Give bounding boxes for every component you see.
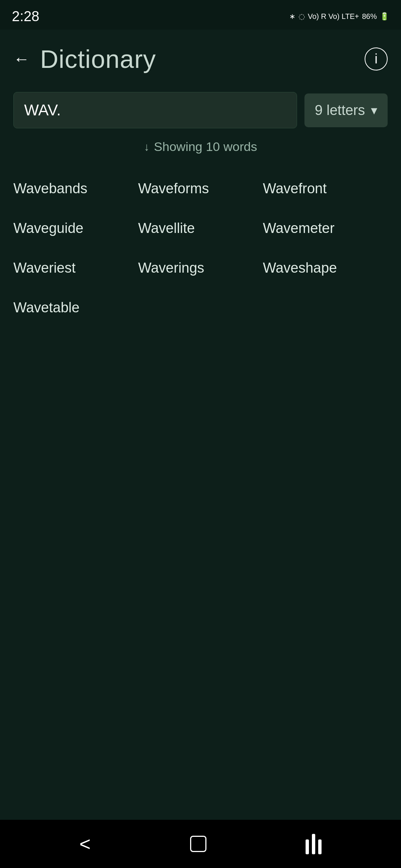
info-button[interactable]: i xyxy=(365,47,388,70)
battery-icon: 🔋 xyxy=(380,12,389,21)
down-arrow-icon: ↓ xyxy=(144,141,150,153)
status-time: 2:28 xyxy=(12,9,39,24)
words-grid: Wavebands Waveforms Wavefront Waveguide … xyxy=(0,158,401,339)
status-bar: 2:28 ∗ ◌ Vo) R Vo) LTE+ 86% 🔋 xyxy=(0,0,401,30)
header-left: ← Dictionary xyxy=(13,45,156,73)
word-item[interactable]: Waveguide xyxy=(13,208,138,248)
showing-count: ↓ Showing 10 words xyxy=(0,128,401,158)
home-square-icon xyxy=(190,836,206,852)
nav-recent-button[interactable] xyxy=(298,826,329,862)
header: ← Dictionary i xyxy=(0,30,401,85)
nav-back-button[interactable]: < xyxy=(72,825,98,862)
back-chevron-icon: < xyxy=(79,833,91,855)
bluetooth-icon: ∗ xyxy=(289,12,296,21)
back-button[interactable]: ← xyxy=(13,50,30,68)
nav-bar: < xyxy=(0,820,401,868)
word-item[interactable]: Waverings xyxy=(138,248,263,288)
page-title: Dictionary xyxy=(40,45,156,73)
search-input-wrapper[interactable] xyxy=(13,92,297,128)
wifi-icon: ◌ xyxy=(299,12,305,21)
word-item[interactable]: Waveriest xyxy=(13,248,138,288)
chevron-down-icon: ▾ xyxy=(371,103,377,118)
search-area: 9 letters ▾ xyxy=(0,85,401,128)
word-item[interactable]: Wavellite xyxy=(138,208,263,248)
search-input[interactable] xyxy=(24,101,286,119)
letters-label: 9 letters xyxy=(315,102,365,118)
word-item[interactable]: Waveforms xyxy=(138,169,263,208)
battery-indicator: 86% xyxy=(362,12,377,21)
nav-home-button[interactable] xyxy=(183,828,214,859)
recent-apps-icon xyxy=(306,834,322,854)
word-item[interactable]: Wavefront xyxy=(263,169,388,208)
signal-icon: Vo) R Vo) LTE+ xyxy=(308,12,359,21)
info-icon: i xyxy=(375,51,378,67)
word-item[interactable]: Wavemeter xyxy=(263,208,388,248)
word-item[interactable]: Wavebands xyxy=(13,169,138,208)
status-icons: ∗ ◌ Vo) R Vo) LTE+ 86% 🔋 xyxy=(289,12,389,21)
word-item[interactable]: Waveshape xyxy=(263,248,388,288)
word-item[interactable]: Wavetable xyxy=(13,288,138,328)
letters-dropdown[interactable]: 9 letters ▾ xyxy=(304,93,388,127)
showing-label: Showing 10 words xyxy=(154,139,257,154)
